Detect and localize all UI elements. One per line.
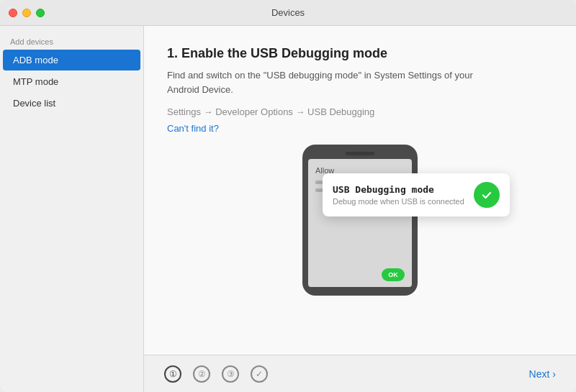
- sidebar: Add devices ADB mode MTP mode Device lis…: [0, 26, 144, 392]
- sidebar-item-device-list[interactable]: Device list: [3, 93, 140, 114]
- usb-popup-subtitle: Debug mode when USB is connected: [333, 197, 465, 206]
- step-indicator-check: ✓: [251, 365, 268, 383]
- cant-find-link[interactable]: Can't find it?: [167, 123, 219, 134]
- sidebar-section-label: Add devices: [0, 33, 143, 49]
- window-controls: [9, 9, 45, 17]
- phone-body: Allow OK: [302, 145, 418, 296]
- title-bar: Devices: [0, 0, 576, 26]
- usb-popup-check-icon: [474, 182, 500, 208]
- maximize-button[interactable]: [36, 9, 45, 17]
- usb-popup-text: USB Debugging mode Debug mode when USB i…: [333, 184, 465, 206]
- close-button[interactable]: [9, 9, 17, 17]
- step-indicator-2: ②: [193, 365, 210, 383]
- main-content: Add devices ADB mode MTP mode Device lis…: [0, 26, 576, 392]
- settings-path: Settings → Developer Options → USB Debug…: [167, 106, 553, 117]
- step-indicator-3: ③: [222, 365, 239, 383]
- next-button[interactable]: Next ›: [529, 368, 556, 380]
- step-title: 1. Enable the USB Debugging mode: [167, 46, 553, 61]
- usb-popup-title: USB Debugging mode: [333, 184, 465, 195]
- sidebar-item-adb-mode[interactable]: ADB mode: [3, 50, 140, 70]
- sidebar-item-mtp-mode[interactable]: MTP mode: [3, 71, 140, 92]
- step-indicator-1: ①: [164, 365, 181, 383]
- step-indicators: ① ② ③ ✓: [164, 365, 268, 383]
- nav-footer: ① ② ③ ✓ Next ›: [144, 355, 576, 392]
- step-description: Find and switch on the "USB debugging mo…: [167, 68, 498, 96]
- usb-debug-popup: USB Debugging mode Debug mode when USB i…: [323, 173, 510, 216]
- next-label: Next: [529, 368, 550, 380]
- phone-ok-button: OK: [382, 268, 405, 281]
- content-area: 1. Enable the USB Debugging mode Find an…: [144, 26, 576, 355]
- phone-speaker: [346, 152, 374, 155]
- window-title: Devices: [271, 7, 305, 18]
- next-chevron-icon: ›: [552, 368, 556, 380]
- phone-illustration: USB Debugging mode Debug mode when USB i…: [167, 145, 553, 310]
- app-window: Devices Add devices ADB mode MTP mode De…: [0, 0, 576, 392]
- minimize-button[interactable]: [22, 9, 31, 17]
- right-panel: 1. Enable the USB Debugging mode Find an…: [144, 26, 576, 392]
